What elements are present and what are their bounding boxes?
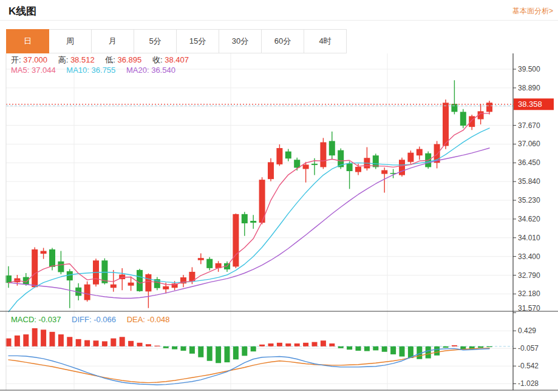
- macd-bar-negative: [251, 346, 256, 351]
- macd-bar-negative: [225, 346, 230, 362]
- kline-page: K线图 基本面分析> 日周月5分15分30分60分4时 39.50038.890…: [0, 0, 558, 392]
- macd-bar-positive: [128, 341, 134, 346]
- candle-down: [49, 249, 55, 267]
- macd-axis-label: -0.057: [518, 344, 539, 353]
- macd-axis-label: 0.429: [518, 326, 536, 335]
- candle-up: [198, 258, 204, 260]
- candle-up: [84, 285, 90, 300]
- macd-bar-positive: [50, 332, 55, 346]
- diff-value: -0.066: [94, 315, 116, 324]
- y-axis-label: 32.790: [518, 271, 540, 280]
- macd-bar-positive: [294, 343, 300, 346]
- macd-bar-negative: [242, 346, 247, 356]
- low-value: 36.895: [118, 55, 142, 64]
- macd-label: MACD:: [11, 315, 36, 324]
- macd-bar-negative: [426, 346, 431, 359]
- candle-down: [460, 112, 466, 126]
- candle-up: [417, 149, 423, 156]
- macd-bar-positive: [312, 342, 318, 346]
- ma-info-row: MA5: 37.044 MA10: 36.755 MA20: 36.540: [11, 66, 175, 75]
- macd-bar-negative: [216, 346, 221, 363]
- macd-bar-negative: [382, 346, 387, 352]
- close-label: 收:: [152, 55, 163, 64]
- open-label: 开:: [11, 55, 21, 64]
- macd-bar-negative: [181, 346, 186, 351]
- y-axis-label: 36.450: [518, 158, 540, 167]
- candle-up: [163, 286, 169, 289]
- ma20-value: 36.540: [151, 66, 175, 75]
- candle-up: [407, 153, 413, 162]
- macd-bar-positive: [154, 346, 160, 346]
- candle-down: [242, 214, 248, 223]
- macd-bar-negative: [198, 346, 203, 357]
- y-axis-label: 37.060: [518, 140, 540, 148]
- macd-bar-positive: [102, 341, 107, 346]
- ma20-line: [9, 148, 489, 298]
- candle-up: [268, 162, 274, 179]
- candle-up: [469, 116, 475, 127]
- macd-bar-negative: [356, 346, 361, 351]
- macd-bar-negative: [400, 346, 405, 357]
- candle-down: [206, 259, 213, 268]
- macd-axis-label: -1.028: [518, 379, 539, 388]
- candle-up: [276, 148, 282, 164]
- ma5-line: [9, 113, 489, 285]
- macd-bar-negative: [390, 346, 396, 354]
- macd-bar-negative: [434, 346, 440, 356]
- ma10-label: MA10:: [66, 66, 89, 75]
- macd-bar-negative: [364, 346, 370, 351]
- macd-bar-negative: [443, 346, 449, 348]
- ma20-label: MA20:: [126, 66, 149, 75]
- macd-info-row: MACD: -0.037 DIFF: -0.066 DEA: -0.048: [11, 315, 169, 324]
- y-axis-label: 35.840: [518, 177, 540, 186]
- macd-bar-negative: [233, 346, 239, 360]
- candle-down: [347, 163, 353, 171]
- macd-bar-positive: [76, 339, 81, 346]
- ma10-line: [9, 128, 489, 312]
- macd-bar-negative: [338, 346, 344, 348]
- macd-bar-positive: [32, 328, 38, 346]
- macd-bar-positive: [120, 337, 125, 346]
- high-value: 38.512: [70, 55, 95, 64]
- candle-down: [329, 141, 335, 155]
- candle-up: [303, 164, 309, 169]
- candle-up: [233, 214, 239, 267]
- macd-bar-negative: [487, 346, 492, 347]
- candle-up: [355, 167, 361, 172]
- y-axis-label: 33.400: [518, 252, 540, 261]
- candle-up: [32, 249, 38, 287]
- candle-up: [41, 251, 47, 254]
- macd-bar-positive: [303, 343, 308, 346]
- candle-down: [451, 104, 457, 112]
- macd-bar-positive: [329, 343, 335, 346]
- low-label: 低:: [105, 55, 115, 64]
- high-label: 高:: [58, 55, 69, 64]
- y-axis-label: 35.230: [518, 196, 540, 204]
- macd-bar-negative: [163, 346, 169, 348]
- candle-up: [399, 160, 405, 175]
- dea-label: DEA:: [127, 315, 145, 324]
- macd-bar-negative: [172, 346, 177, 350]
- macd-bar-negative: [347, 346, 352, 350]
- y-axis-label: 34.010: [518, 234, 540, 242]
- candle-down: [23, 277, 29, 285]
- macd-bar-positive: [277, 343, 282, 346]
- candle-up: [145, 274, 151, 291]
- tab-day[interactable]: 日: [6, 29, 49, 53]
- candle-up: [381, 170, 387, 174]
- macd-bar-positive: [321, 340, 326, 346]
- macd-bar-positive: [15, 336, 20, 346]
- macd-axis-label: -0.542: [518, 362, 539, 370]
- macd-value: -0.037: [39, 315, 61, 324]
- macd-bar-positive: [41, 329, 46, 346]
- candle-down: [373, 155, 379, 167]
- macd-bar-positive: [58, 334, 64, 346]
- y-axis-label: 39.500: [518, 65, 540, 73]
- candle-up: [320, 142, 326, 167]
- macd-bar-positive: [94, 340, 99, 346]
- y-axis-label: 38.890: [518, 84, 540, 92]
- candle-down: [311, 164, 318, 165]
- y-axis-label: 34.620: [518, 215, 540, 223]
- y-axis-label: 37.670: [518, 121, 540, 130]
- close-value: 38.407: [165, 55, 189, 64]
